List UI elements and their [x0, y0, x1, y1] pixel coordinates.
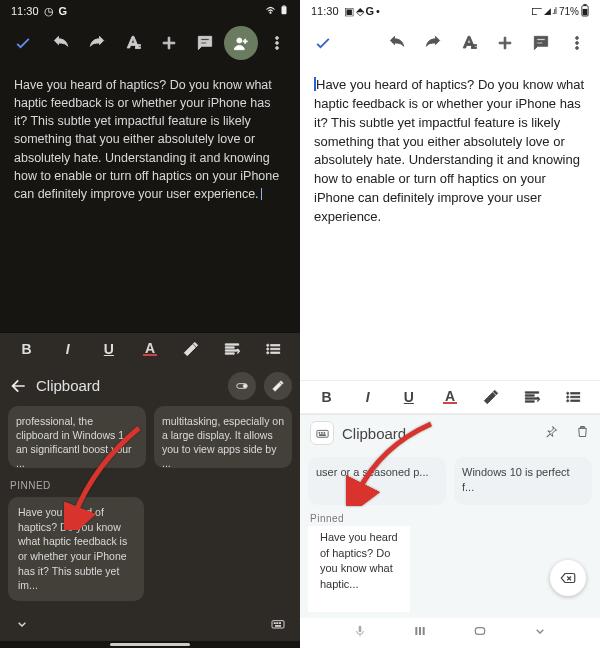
- text-cursor: [261, 188, 262, 200]
- recents-button[interactable]: [412, 623, 428, 643]
- svg-rect-43: [423, 627, 425, 635]
- clip-card[interactable]: professional, the clipboard in Windows 1…: [8, 406, 146, 468]
- svg-point-31: [567, 396, 569, 398]
- list-button[interactable]: [258, 335, 288, 363]
- battery-icon: [581, 4, 589, 19]
- pinned-clip[interactable]: Have you heard of haptics? Do you know w…: [8, 497, 144, 601]
- align-button[interactable]: [517, 383, 547, 411]
- back-icon[interactable]: [8, 376, 28, 396]
- svg-rect-18: [277, 623, 278, 624]
- comment-button[interactable]: [188, 26, 222, 60]
- highlight-button[interactable]: [176, 335, 206, 363]
- back-button[interactable]: [532, 623, 548, 643]
- pin-icon[interactable]: [544, 424, 559, 443]
- insert-button[interactable]: [488, 26, 522, 60]
- signal-icon: ◢ .ıl: [544, 6, 556, 16]
- gesture-bar: [110, 643, 190, 646]
- svg-rect-34: [571, 400, 580, 402]
- left-phone: 11:30 ◷ G Have you heard of haptics? Do …: [0, 0, 300, 648]
- keyboard-icon[interactable]: [310, 421, 334, 445]
- undo-button[interactable]: [44, 26, 78, 60]
- bold-button[interactable]: B: [12, 335, 42, 363]
- pinned-clip[interactable]: Have you heard of haptics? Do you know w…: [308, 526, 410, 612]
- svg-point-37: [321, 432, 322, 433]
- keyboard-icon[interactable]: [270, 616, 286, 636]
- home-button[interactable]: [472, 623, 488, 643]
- comment-button[interactable]: [524, 26, 558, 60]
- document-body[interactable]: Have you heard of haptics? Do you know w…: [300, 64, 600, 237]
- share-button[interactable]: [224, 26, 258, 60]
- svg-point-7: [276, 47, 279, 50]
- format-bar: B I U A: [0, 332, 300, 366]
- italic-button[interactable]: I: [53, 335, 83, 363]
- bold-button[interactable]: B: [312, 383, 342, 411]
- svg-rect-13: [271, 352, 280, 354]
- right-phone: 11:30 ▣ ⬘ G • ⫍ ◢ .ıl 71% Have you heard…: [300, 0, 600, 648]
- clip-card[interactable]: multitasking, especially on a large disp…: [154, 406, 292, 468]
- highlight-button[interactable]: [476, 383, 506, 411]
- list-button[interactable]: [558, 383, 588, 411]
- svg-rect-35: [316, 430, 327, 437]
- align-button[interactable]: [217, 335, 247, 363]
- svg-point-4: [237, 38, 242, 43]
- svg-point-28: [576, 47, 579, 50]
- status-clock-icon: ◷: [44, 5, 54, 18]
- svg-point-26: [576, 37, 579, 40]
- insert-button[interactable]: [152, 26, 186, 60]
- pinned-area: Have you heard of haptics? Do you know w…: [0, 495, 300, 611]
- clipboard-toggle[interactable]: [228, 372, 256, 400]
- svg-rect-0: [282, 6, 287, 14]
- underline-button[interactable]: U: [94, 335, 124, 363]
- undo-button[interactable]: [380, 26, 414, 60]
- clipboard-recent: professional, the clipboard in Windows 1…: [0, 406, 300, 476]
- pinned-label: Pinned: [308, 511, 592, 526]
- status-i2: ⬘: [356, 5, 364, 18]
- done-button[interactable]: [306, 26, 340, 60]
- svg-rect-44: [475, 628, 484, 635]
- status-g-icon: G: [59, 5, 68, 17]
- clip-card[interactable]: user or a seasoned p...: [308, 457, 446, 505]
- system-nav: [300, 618, 600, 648]
- more-button[interactable]: [560, 26, 594, 60]
- svg-rect-19: [279, 623, 280, 624]
- text-color-button[interactable]: A: [135, 335, 165, 363]
- collapse-icon[interactable]: [14, 616, 30, 636]
- redo-button[interactable]: [80, 26, 114, 60]
- mic-icon[interactable]: [352, 623, 368, 643]
- format-bar: B I U A: [300, 380, 600, 414]
- clipboard-edit[interactable]: [264, 372, 292, 400]
- svg-rect-42: [419, 627, 421, 635]
- svg-point-6: [276, 42, 279, 45]
- text-color-button[interactable]: A: [435, 383, 465, 411]
- svg-rect-11: [271, 349, 280, 351]
- battery-icon: [279, 3, 289, 19]
- svg-point-36: [318, 432, 319, 433]
- backspace-fab[interactable]: [550, 560, 586, 596]
- svg-rect-23: [583, 4, 586, 6]
- svg-rect-24: [472, 45, 477, 46]
- svg-point-10: [267, 348, 269, 350]
- svg-rect-17: [274, 623, 275, 624]
- svg-rect-25: [472, 47, 477, 48]
- text-format-button[interactable]: [452, 26, 486, 60]
- underline-button[interactable]: U: [394, 383, 424, 411]
- more-button[interactable]: [260, 26, 294, 60]
- svg-rect-22: [583, 8, 588, 14]
- done-button[interactable]: [6, 26, 40, 60]
- svg-point-15: [243, 384, 247, 388]
- svg-rect-30: [571, 393, 580, 395]
- clipboard-title: Clipboard: [342, 425, 536, 442]
- svg-rect-3: [136, 47, 141, 48]
- document-body[interactable]: Have you heard of haptics? Do you know w…: [0, 64, 300, 213]
- italic-button[interactable]: I: [353, 383, 383, 411]
- clip-card[interactable]: Windows 10 is perfect f...: [454, 457, 592, 505]
- editor-toolbar: [0, 22, 300, 64]
- clipboard-header: Clipboard: [0, 366, 300, 406]
- svg-point-33: [567, 400, 569, 402]
- svg-rect-39: [319, 435, 325, 436]
- redo-button[interactable]: [416, 26, 450, 60]
- text-format-button[interactable]: [116, 26, 150, 60]
- pinned-label: PINNED: [0, 476, 300, 495]
- status-g-icon: G: [366, 5, 375, 17]
- delete-icon[interactable]: [575, 424, 590, 443]
